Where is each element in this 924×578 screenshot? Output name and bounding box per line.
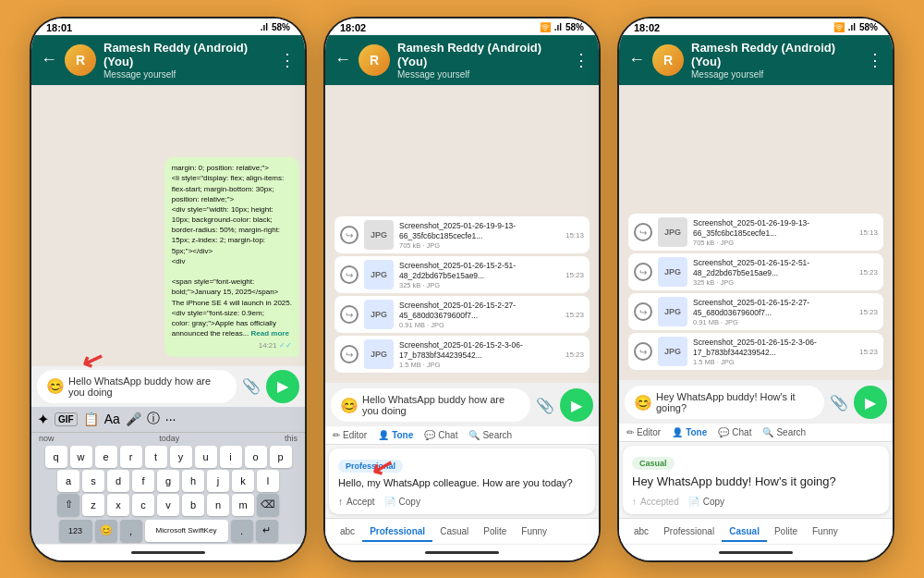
tone-bar-tone[interactable]: 👤 Tone — [378, 430, 413, 440]
emoji-icon-3[interactable]: 😊 — [634, 394, 652, 412]
key-m[interactable]: m — [232, 494, 254, 516]
gemini-icon[interactable]: ✦ — [37, 411, 49, 428]
tab-funny-3[interactable]: Funny — [805, 523, 845, 542]
tab-professional-2[interactable]: Professional — [362, 523, 432, 542]
file-item-3[interactable]: ↪ JPG Screenshot_2025-01-26-15-2-3-06-17… — [334, 336, 590, 373]
font-icon[interactable]: Aa — [104, 412, 120, 426]
sticker-icon[interactable]: 📋 — [83, 412, 99, 426]
key-g[interactable]: g — [157, 470, 179, 492]
key-o[interactable]: o — [245, 446, 267, 468]
dots-menu-2[interactable]: ⋮ — [573, 50, 590, 70]
key-q[interactable]: q — [45, 446, 67, 468]
tab-professional-3[interactable]: Professional — [656, 523, 722, 542]
info-icon[interactable]: ⓘ — [147, 411, 160, 427]
tone-bar-editor-3[interactable]: ✏ Editor — [626, 427, 661, 437]
key-w[interactable]: w — [70, 446, 92, 468]
key-f[interactable]: f — [132, 470, 154, 492]
key-e[interactable]: e — [95, 446, 117, 468]
back-button-3[interactable]: ← — [628, 50, 645, 69]
file-item-3-3[interactable]: ↪ JPG Screenshot_2025-01-26-15-2-3-06-17… — [628, 333, 883, 370]
tab-abc-3[interactable]: abc — [626, 523, 656, 542]
key-comma[interactable]: , — [120, 520, 142, 542]
nav-today[interactable]: today — [155, 434, 183, 443]
tone-bar-editor[interactable]: ✏ Editor — [333, 430, 367, 440]
read-more-link[interactable]: Read more — [251, 329, 289, 338]
tab-polite-2[interactable]: Polite — [476, 523, 514, 542]
key-period[interactable]: . — [231, 520, 253, 542]
tone-bar-search[interactable]: 🔍 Search — [468, 430, 512, 440]
key-j[interactable]: j — [207, 470, 229, 492]
key-u[interactable]: u — [195, 446, 217, 468]
key-t[interactable]: t — [145, 446, 167, 468]
input-box-2[interactable]: 😊 Hello WhatsApp buddy how are you doing — [331, 388, 530, 422]
key-n[interactable]: n — [207, 494, 229, 516]
tab-funny-2[interactable]: Funny — [514, 523, 554, 542]
file-item-3-1[interactable]: ↪ JPG Screenshot_2025-01-26-15-2-51-48_2… — [628, 253, 883, 290]
tab-casual-3[interactable]: Casual — [722, 523, 767, 542]
file-info-0: Screenshot_2025-01-26-19-9-13-66_35fc6bc… — [399, 221, 560, 250]
key-123[interactable]: 123 — [59, 520, 92, 542]
copy-button-2[interactable]: 📄 Copy — [384, 497, 420, 507]
chat-label: Chat — [438, 430, 457, 440]
gif-btn[interactable]: GIF — [55, 412, 78, 426]
tone-tabs-2: abc Professional Casual Polite Funny — [325, 518, 599, 544]
key-v[interactable]: v — [157, 494, 179, 516]
emoji-icon-2[interactable]: 😊 — [340, 397, 359, 414]
file-item-3-0[interactable]: ↪ JPG Screenshot_2025-01-26-19-9-13-66_3… — [628, 214, 883, 251]
file-item-2[interactable]: ↪ JPG Screenshot_2025-01-26-15-2-27-45_6… — [334, 296, 590, 333]
send-button-2[interactable]: ▶ — [560, 388, 593, 422]
send-button-3[interactable]: ▶ — [854, 386, 887, 419]
key-r[interactable]: r — [120, 446, 142, 468]
file-name-3-2: Screenshot_2025-01-26-15-2-27-45_680d036… — [693, 298, 854, 318]
tone-bar-tone-3[interactable]: 👤 Tone — [672, 427, 707, 437]
key-k[interactable]: k — [232, 470, 254, 492]
input-box-1[interactable]: 😊 Hello WhatsApp buddy how are you doing — [37, 370, 237, 403]
dots-menu-1[interactable]: ⋮ — [279, 50, 296, 70]
tone-bar-chat[interactable]: 💬 Chat — [424, 430, 457, 440]
nav-now[interactable]: now — [35, 434, 58, 443]
nav-this[interactable]: this — [281, 434, 301, 443]
more-icon[interactable]: ··· — [165, 412, 176, 426]
key-l[interactable]: l — [257, 470, 279, 492]
file-item-1[interactable]: ↪ JPG Screenshot_2025-01-26-15-2-51-48_2… — [334, 256, 590, 293]
file-item-0[interactable]: ↪ JPG Screenshot_2025-01-26-19-9-13-66_3… — [334, 216, 590, 253]
bottom-bar-2 — [325, 544, 599, 560]
key-backspace[interactable]: ⌫ — [257, 494, 279, 516]
send-button-1[interactable]: ▶ — [266, 370, 299, 403]
dots-menu-3[interactable]: ⋮ — [867, 50, 883, 70]
attach-icon-2[interactable]: 📎 — [536, 397, 554, 414]
tone-bar-chat-3[interactable]: 💬 Chat — [718, 427, 751, 437]
tab-abc-2[interactable]: abc — [333, 523, 362, 542]
input-box-3[interactable]: 😊 Hey WhatsApp buddy! How's it going? — [625, 386, 824, 419]
input-text-2[interactable]: Hello WhatsApp buddy how are you doing — [362, 394, 521, 416]
accept-button-2[interactable]: ↑ Accept — [338, 497, 375, 507]
back-button-1[interactable]: ← — [41, 50, 57, 69]
tab-polite-3[interactable]: Polite — [767, 523, 805, 542]
tone-bar-search-3[interactable]: 🔍 Search — [762, 427, 806, 437]
key-b[interactable]: b — [182, 494, 204, 516]
key-d[interactable]: d — [107, 470, 129, 492]
key-shift[interactable]: ⇧ — [57, 494, 79, 516]
key-s[interactable]: s — [82, 470, 104, 492]
key-space[interactable]: Microsoft SwiftKey — [145, 520, 228, 542]
input-text-1[interactable]: Hello WhatsApp buddy how are you doing — [68, 375, 227, 398]
key-p[interactable]: p — [270, 446, 292, 468]
copy-button-3[interactable]: 📄 Copy — [688, 497, 724, 507]
key-y[interactable]: y — [170, 446, 192, 468]
input-text-3[interactable]: Hey WhatsApp buddy! How's it going? — [656, 391, 815, 413]
attach-icon-3[interactable]: 📎 — [830, 394, 848, 412]
file-item-3-2[interactable]: ↪ JPG Screenshot_2025-01-26-15-2-27-45_6… — [628, 293, 883, 330]
attach-icon-1[interactable]: 📎 — [242, 377, 261, 395]
key-i[interactable]: i — [220, 446, 242, 468]
key-h[interactable]: h — [182, 470, 204, 492]
key-a[interactable]: a — [57, 470, 79, 492]
emoji-icon-1[interactable]: 😊 — [46, 377, 65, 395]
key-emoji-kb[interactable]: 😊 — [95, 520, 117, 542]
back-button-2[interactable]: ← — [334, 50, 351, 69]
key-x[interactable]: x — [107, 494, 129, 516]
key-enter[interactable]: ↵ — [256, 520, 278, 542]
key-c[interactable]: c — [132, 494, 154, 516]
key-z[interactable]: z — [82, 494, 104, 516]
tab-casual-2[interactable]: Casual — [432, 523, 476, 542]
mic-icon[interactable]: 🎤 — [126, 412, 141, 426]
